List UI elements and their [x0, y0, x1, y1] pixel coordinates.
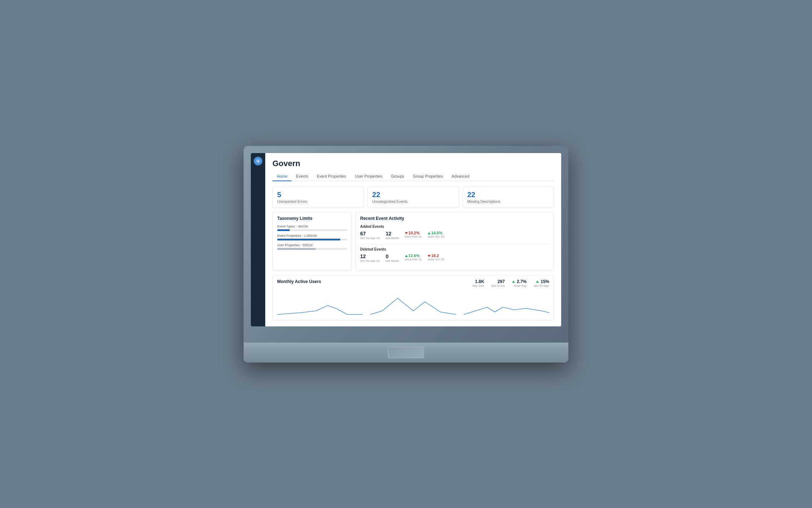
deleted-change-2: 18.2 since Oct '20: [428, 253, 444, 261]
recent-activity-title: Recent Event Activity: [360, 216, 549, 221]
tab-advanced[interactable]: Advanced: [448, 172, 474, 181]
taxonomy-card: Taxonomy Limits Event Types - 362/2K Eve…: [272, 212, 352, 271]
tab-group-properties[interactable]: Group Properties: [409, 172, 448, 181]
added-period-2: last Month: [386, 236, 399, 240]
mau-stat-4-value: 15%: [536, 279, 549, 284]
tab-events[interactable]: Events: [292, 172, 313, 181]
uncategorized-events-count: 22: [372, 190, 454, 199]
deleted-events-section: Deleted Events 12 Oct '20–Apr '21 0 last…: [360, 247, 549, 262]
deleted-value-1: 12: [360, 253, 380, 259]
section-divider: [360, 244, 549, 244]
added-period-1: Oct '20–Apr '21: [360, 236, 380, 240]
deleted-events-title: Deleted Events: [360, 247, 549, 251]
missing-descriptions-count: 22: [467, 190, 549, 199]
deleted-value-2: 0: [386, 253, 399, 259]
deleted-events-metrics: 12 Oct '20–Apr '21 0 last Month 12.6%: [360, 253, 549, 262]
mau-stat-1: 1.8K Sep–Dec: [472, 279, 484, 287]
uncategorized-events-label: Uncategorized Events: [372, 200, 454, 204]
deleted-period-1: Oct '20–Apr '21: [360, 259, 380, 262]
limit-event-types-bar-fill: [277, 229, 290, 231]
deleted-period-2: last Month: [386, 259, 399, 262]
down-arrow-icon: [405, 232, 408, 234]
app-container: A Govern Home Events Event Properties Us…: [251, 153, 561, 326]
mau-stat-3-label: since Sep: [514, 284, 527, 287]
limit-event-props-bar-bg: [277, 239, 347, 240]
logo-icon: A: [256, 159, 261, 164]
deleted-change-period-2: since Oct '20: [428, 258, 444, 261]
limit-user-props-label: User Properties - 555/1K: [277, 243, 347, 247]
stat-unexpected-errors[interactable]: 5 Unexpected Errors: [272, 186, 364, 208]
mau-chart: [277, 291, 549, 316]
tab-home[interactable]: Home: [272, 172, 292, 181]
chart-line-middle: [371, 298, 456, 314]
app-logo[interactable]: A: [254, 157, 262, 165]
added-value-2: 12: [386, 231, 399, 236]
mau-stat-3-value: 2.7%: [512, 279, 527, 284]
added-change-period-1: since Feb '21: [405, 235, 422, 238]
stat-missing-descriptions[interactable]: 22 Missing Descriptions: [463, 186, 554, 208]
deleted-change-value-1: 12.6%: [405, 253, 422, 258]
tab-groups[interactable]: Groups: [387, 172, 409, 181]
mau-stat-1-label: Sep–Dec: [472, 284, 484, 287]
sidebar: A: [251, 153, 265, 326]
mau-stat-4: 15% last 30 days: [534, 279, 549, 287]
mau-stat-2-label: last 24 hrs: [492, 284, 505, 287]
added-events-metrics: 67 Oct '20–Apr '21 12 last Month 10.2%: [360, 231, 549, 240]
added-events-title: Added Events: [360, 225, 549, 229]
added-change-period-2: since Oct '20: [428, 235, 444, 238]
added-change-2: 14.6% since Oct '20: [428, 231, 444, 238]
deleted-metric-2: 0 last Month: [386, 253, 399, 262]
added-change-1: 10.2% since Feb '21: [405, 231, 422, 238]
mau-stat-1-value: 1.8K: [475, 279, 484, 284]
limit-user-props-bar-bg: [277, 248, 347, 250]
limit-event-types: Event Types - 362/2K: [277, 225, 347, 231]
down-arrow-icon-2: [428, 255, 431, 257]
main-content: Govern Home Events Event Properties User…: [265, 153, 561, 326]
added-events-section: Added Events 67 Oct '20–Apr '21 12 last …: [360, 225, 549, 240]
screen: A Govern Home Events Event Properties Us…: [251, 153, 561, 326]
limit-event-props-bar-fill: [277, 239, 340, 240]
added-change-value-1: 10.2%: [405, 231, 422, 235]
limit-user-props-bar-fill: [277, 248, 316, 250]
page-title: Govern: [272, 159, 554, 168]
laptop-bottom: [244, 343, 568, 362]
mau-stat-4-label: last 30 days: [534, 284, 549, 287]
mau-card: Monthly Active Users 1.8K Sep–Dec 297 la…: [272, 275, 554, 320]
deleted-change-value-2: 18.2: [428, 253, 444, 258]
content-row: Taxonomy Limits Event Types - 362/2K Eve…: [272, 212, 554, 271]
tab-user-properties[interactable]: User Properties: [350, 172, 387, 181]
up-arrow-icon-3: [512, 281, 515, 283]
mau-stat-3: 2.7% since Sep: [512, 279, 527, 287]
missing-descriptions-label: Missing Descriptions: [467, 200, 549, 204]
mau-stat-2-value: 297: [498, 279, 505, 284]
recent-activity-card: Recent Event Activity Added Events 67 Oc…: [355, 212, 554, 271]
limit-event-types-bar-bg: [277, 229, 347, 231]
trackpad: [388, 347, 424, 358]
mau-stat-2: 297 last 24 hrs: [492, 279, 505, 287]
up-arrow-icon-2: [405, 255, 408, 257]
unexpected-errors-label: Unexpected Errors: [277, 200, 359, 204]
nav-tabs: Home Events Event Properties User Proper…: [272, 172, 554, 181]
limit-user-props: User Properties - 555/1K: [277, 243, 347, 250]
unexpected-errors-count: 5: [277, 190, 359, 199]
deleted-change-1: 12.6% since Feb '21: [405, 253, 422, 261]
up-arrow-icon: [428, 232, 431, 234]
mau-title: Monthly Active Users: [277, 279, 321, 284]
limit-event-props-label: Event Properties - 1,800/2K: [277, 234, 347, 238]
added-change-value-2: 14.6%: [428, 231, 444, 235]
tab-event-properties[interactable]: Event Properties: [313, 172, 350, 181]
mau-chart-svg: [277, 291, 549, 316]
mau-header: Monthly Active Users 1.8K Sep–Dec 297 la…: [277, 279, 549, 287]
mau-stats: 1.8K Sep–Dec 297 last 24 hrs 2.7%: [472, 279, 549, 287]
added-value-1: 67: [360, 231, 380, 236]
taxonomy-title: Taxonomy Limits: [277, 216, 347, 221]
added-metric-1: 67 Oct '20–Apr '21: [360, 231, 380, 240]
stat-uncategorized-events[interactable]: 22 Uncategorized Events: [367, 186, 459, 208]
stats-row: 5 Unexpected Errors 22 Uncategorized Eve…: [272, 186, 554, 208]
chart-line-right: [464, 307, 549, 314]
limit-event-types-label: Event Types - 362/2K: [277, 225, 347, 228]
up-arrow-icon-4: [536, 281, 539, 283]
added-metric-2: 12 last Month: [386, 231, 399, 240]
limit-event-props: Event Properties - 1,800/2K: [277, 234, 347, 240]
deleted-change-period-1: since Feb '21: [405, 258, 422, 261]
